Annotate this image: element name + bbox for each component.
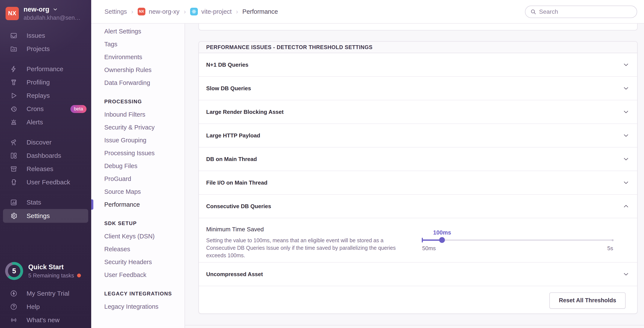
quick-start-widget[interactable]: 5 Quick Start 5 Remaining tasks (5, 262, 81, 280)
search-bar[interactable] (525, 6, 637, 18)
settings-nav-data-forwarding[interactable]: Data Forwarding (91, 76, 184, 89)
chevron-right-icon: › (184, 8, 186, 15)
settings-nav-issue-grouping[interactable]: Issue Grouping (91, 134, 184, 147)
reset-all-thresholds-button[interactable]: Reset All Thresholds (549, 292, 626, 309)
breadcrumb-project[interactable]: vite-project (190, 8, 232, 16)
detector-row-n-plus-1-db-queries[interactable]: N+1 DB Queries (199, 53, 637, 77)
detector-row-consecutive-db-queries[interactable]: Consecutive DB Queries (199, 195, 637, 218)
threshold-setting-description: Setting the value to 100ms, means that a… (206, 237, 400, 259)
sidebar: NX new-org abdullah.khan@sen… Issues Pro… (0, 0, 91, 328)
sidebar-item-dashboards[interactable]: Dashboards (0, 149, 91, 162)
phone-icon (10, 178, 19, 186)
sidebar-item-issues[interactable]: Issues (0, 29, 91, 42)
sidebar-item-label: Settings (26, 212, 86, 220)
search-icon (530, 9, 536, 15)
settings-nav-heading-legacy: LEGACY INTEGRATIONS (91, 287, 184, 300)
detector-row-uncompressed-asset[interactable]: Uncompressed Asset (199, 263, 637, 286)
sidebar-item-discover[interactable]: Discover (0, 136, 91, 149)
settings-nav-releases[interactable]: Releases (91, 243, 184, 256)
sidebar-item-my-sentry-trial[interactable]: My Sentry Trial (0, 287, 91, 300)
slider-value-label: 100ms (430, 229, 454, 236)
settings-nav-processing-issues[interactable]: Processing Issues (91, 147, 184, 159)
notification-dot (77, 274, 81, 277)
detector-row-slow-db-queries[interactable]: Slow DB Queries (199, 77, 637, 100)
settings-nav: Alert Settings Tags Environments Ownersh… (91, 24, 185, 328)
settings-nav-client-keys[interactable]: Client Keys (DSN) (91, 230, 184, 243)
sidebar-item-profiling[interactable]: Profiling (0, 76, 91, 89)
chevron-down-icon (52, 7, 58, 12)
breadcrumb-settings[interactable]: Settings (104, 8, 127, 15)
lightning-icon (10, 65, 19, 73)
sidebar-item-label: What's new (26, 316, 86, 324)
sidebar-item-performance[interactable]: Performance (0, 62, 91, 76)
sidebar-item-user-feedback[interactable]: User Feedback (0, 176, 91, 189)
play-icon (10, 92, 19, 100)
org-badge: NX (138, 8, 145, 16)
settings-nav-debug-files[interactable]: Debug Files (91, 159, 184, 172)
settings-nav-tags[interactable]: Tags (91, 38, 184, 51)
org-name: new-org (24, 6, 50, 13)
sidebar-item-projects[interactable]: Projects (0, 42, 91, 56)
slider-end-tick (612, 239, 614, 241)
bar-chart-icon (10, 198, 19, 207)
settings-nav-security-headers[interactable]: Security Headers (91, 256, 184, 268)
chevron-down-icon (622, 85, 630, 92)
remaining-count: 5 (5, 262, 23, 280)
sidebar-item-label: Stats (26, 199, 86, 206)
sidebar-item-settings[interactable]: Settings (3, 209, 88, 223)
detector-threshold-panel: PERFORMANCE ISSUES - DETECTOR THRESHOLD … (198, 41, 638, 314)
sidebar-item-alerts[interactable]: Alerts (0, 115, 91, 129)
primary-nav: Issues Projects Performance Profiling R (0, 29, 91, 223)
settings-nav-security-privacy[interactable]: Security & Privacy (91, 121, 184, 134)
minimum-time-saved-slider: 100ms 50ms 5s (422, 218, 613, 262)
settings-nav-legacy-integrations[interactable]: Legacy Integrations (91, 300, 184, 313)
quick-start-subtitle: 5 Remaining tasks (28, 272, 74, 279)
slider-start-tick (422, 238, 423, 242)
chevron-down-icon (622, 179, 630, 186)
slider-thumb[interactable] (439, 237, 445, 243)
chevron-down-icon (622, 132, 630, 139)
detector-row-large-render-blocking-asset[interactable]: Large Render Blocking Asset (199, 100, 637, 124)
main-content: PERFORMANCE ISSUES - DETECTOR THRESHOLD … (185, 24, 644, 328)
dashboard-icon (10, 151, 19, 160)
sidebar-item-label: Help (26, 303, 86, 310)
panel-title: PERFORMANCE ISSUES - DETECTOR THRESHOLD … (199, 42, 637, 53)
sidebar-item-label: My Sentry Trial (26, 290, 86, 297)
telescope-icon (10, 138, 19, 146)
sidebar-item-label: Performance (26, 65, 86, 73)
sidebar-item-crons[interactable]: Crons beta (0, 102, 91, 115)
scrolled-card-bottom (198, 24, 638, 31)
sidebar-item-whats-new[interactable]: What's new (0, 313, 91, 327)
settings-nav-alert-settings[interactable]: Alert Settings (91, 25, 184, 38)
breadcrumb-org[interactable]: NX new-org-xy (138, 8, 180, 16)
sidebar-item-stats[interactable]: Stats (0, 196, 91, 209)
org-switcher[interactable]: NX new-org abdullah.khan@sen… (0, 0, 91, 23)
sidebar-item-releases[interactable]: Releases (0, 162, 91, 176)
sidebar-item-replays[interactable]: Replays (0, 89, 91, 102)
folder-code-icon (10, 45, 19, 53)
settings-nav-ownership-rules[interactable]: Ownership Rules (91, 63, 184, 76)
slider-track[interactable] (422, 239, 613, 241)
search-input[interactable] (539, 8, 632, 15)
quick-start-title: Quick Start (28, 263, 81, 271)
settings-nav-source-maps[interactable]: Source Maps (91, 185, 184, 198)
sidebar-item-help[interactable]: Help (0, 300, 91, 313)
threshold-setting-title: Minimum Time Saved (206, 226, 264, 233)
settings-nav-heading-sdk-setup: SDK SETUP (91, 217, 184, 230)
sidebar-item-label: Issues (26, 32, 86, 39)
settings-nav-proguard[interactable]: ProGuard (91, 172, 184, 185)
inbox-icon (10, 32, 19, 40)
detector-row-db-on-main-thread[interactable]: DB on Main Thread (199, 147, 637, 171)
settings-nav-user-feedback[interactable]: User Feedback (91, 268, 184, 281)
detector-row-large-http-payload[interactable]: Large HTTP Payload (199, 124, 637, 147)
beta-badge: beta (70, 105, 86, 113)
chevron-down-icon (622, 271, 630, 278)
settings-nav-environments[interactable]: Environments (91, 51, 184, 63)
detector-row-file-io-on-main-thread[interactable]: File I/O on Main Thread (199, 171, 637, 195)
sidebar-footer: My Sentry Trial Help What's new (0, 287, 91, 327)
settings-nav-inbound-filters[interactable]: Inbound Filters (91, 108, 184, 121)
chevron-right-icon: › (131, 8, 134, 15)
lightning-circle-icon (10, 289, 19, 297)
settings-nav-performance[interactable]: Performance (91, 198, 184, 211)
chevron-down-icon (622, 61, 630, 68)
